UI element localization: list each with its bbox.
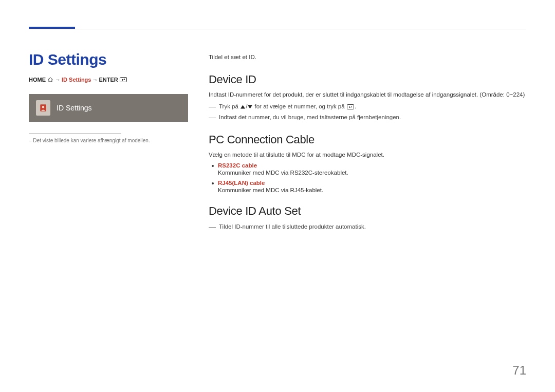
model-variance-caption: – Det viste billede kan variere afhængig… bbox=[29, 138, 188, 143]
right-column: Tildel et sæt et ID. Device ID Indtast I… bbox=[209, 41, 526, 232]
breadcrumb: HOME → ID Settings → ENTER bbox=[29, 77, 188, 83]
down-triangle-icon bbox=[248, 105, 252, 109]
ui-mock-panel: ID Settings bbox=[29, 94, 188, 122]
pc-cable-desc: Vælg en metode til at tilslutte til MDC … bbox=[209, 151, 526, 159]
caption-separator bbox=[29, 133, 121, 134]
breadcrumb-arrow-2: → bbox=[92, 77, 98, 83]
page-number: 71 bbox=[512, 363, 526, 378]
breadcrumb-home: HOME bbox=[29, 77, 46, 83]
breadcrumb-enter: ENTER bbox=[99, 77, 118, 83]
option-rj45-desc: Kommuniker med MDC via RJ45-kablet. bbox=[218, 187, 526, 193]
up-triangle-icon bbox=[240, 105, 245, 109]
id-card-icon bbox=[36, 100, 50, 116]
intro-text: Tildel et sæt et ID. bbox=[209, 53, 526, 62]
section-device-id-heading: Device ID bbox=[209, 73, 526, 86]
device-id-tip-2: ― Indtast det nummer, du vil bruge, med … bbox=[209, 113, 526, 122]
accent-bar bbox=[29, 27, 75, 29]
breadcrumb-current: ID Settings bbox=[62, 77, 91, 83]
option-rs232c-title: RS232C cable bbox=[218, 162, 526, 169]
svg-rect-3 bbox=[347, 105, 354, 109]
enter-icon bbox=[347, 104, 354, 109]
breadcrumb-arrow-1: → bbox=[55, 77, 61, 83]
device-id-tip-1: ― Tryk på / for at vælge et nummer, og t… bbox=[209, 102, 526, 111]
page-title: ID Settings bbox=[29, 51, 188, 68]
device-id-desc: Indtast ID-nummeret for det produkt, der… bbox=[209, 90, 526, 99]
section-pc-cable-heading: PC Connection Cable bbox=[209, 133, 526, 146]
enter-icon bbox=[120, 77, 127, 82]
option-rs232c: RS232C cable Kommuniker med MDC via RS23… bbox=[218, 162, 526, 176]
section-auto-set-heading: Device ID Auto Set bbox=[209, 204, 526, 218]
ui-mock-label: ID Settings bbox=[57, 104, 91, 112]
auto-set-tip: ― Tildel ID-nummer til alle tilsluttede … bbox=[209, 222, 526, 231]
option-rs232c-desc: Kommuniker med MDC via RS232C-stereokabl… bbox=[218, 170, 526, 176]
home-icon bbox=[47, 77, 53, 82]
option-rj45-title: RJ45(LAN) cable bbox=[218, 180, 526, 186]
option-rj45: RJ45(LAN) cable Kommuniker med MDC via R… bbox=[218, 180, 526, 193]
left-column: ID Settings HOME → ID Settings → ENTER bbox=[29, 41, 188, 232]
top-rule bbox=[29, 29, 526, 29]
svg-point-2 bbox=[42, 106, 45, 108]
